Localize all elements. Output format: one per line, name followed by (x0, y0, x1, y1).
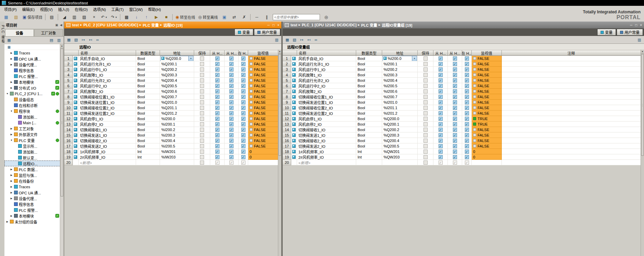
combo-dropdown-button[interactable]: ▼ (412, 56, 417, 61)
datatype-cell[interactable]: Int (136, 154, 160, 160)
accessible-from-hmi-checkbox[interactable]: ✓ (439, 56, 443, 61)
row-number-cell[interactable]: 19 (283, 154, 291, 160)
name-cell[interactable]: 风机运行允许2_IO (297, 78, 356, 83)
accessible-from-hmi-checkbox[interactable]: ✓ (439, 150, 443, 154)
name-cell[interactable]: 切换阀接收1_IO (297, 127, 356, 132)
accessible-from-hmi-checkbox[interactable]: ✓ (439, 111, 443, 115)
accessible-from-hmi-checkbox[interactable]: ✓ (215, 117, 219, 121)
name-cell[interactable]: 风机手自动_IO (79, 56, 136, 61)
menu-item[interactable]: 插入(I) (55, 5, 72, 13)
visible-in-hmi-checkbox[interactable]: ✓ (241, 155, 245, 159)
tree-item[interactable]: ▼程序块 (4, 108, 60, 114)
writable-from-hmi-checkbox[interactable]: ✓ (229, 155, 233, 159)
row-number-cell[interactable]: 5 (64, 78, 73, 83)
datatype-cell[interactable]: Bool (136, 89, 160, 94)
writable-from-hmi-checkbox[interactable]: ✓ (229, 78, 233, 82)
writable-from-hmi-checkbox[interactable]: ✓ (453, 67, 457, 72)
column-header[interactable]: 名称 (79, 50, 136, 56)
retain-checkbox[interactable] (200, 106, 204, 110)
address-cell[interactable]: %I200.5 (160, 143, 194, 149)
breadcrumb-item[interactable]: PLC_2 [CPU 1214C DC/DC/DC] (83, 23, 138, 27)
datatype-cell[interactable]: Bool (136, 72, 160, 78)
filter-view-icon[interactable]: ▦ (6, 37, 12, 43)
name-cell[interactable]: 风机故障1_IO (79, 72, 136, 78)
name-cell[interactable]: 风机运行允许2_IO (79, 78, 136, 83)
address-cell[interactable]: %QW201 (382, 149, 418, 154)
name-cell[interactable]: 风机运行允许1_IO (297, 61, 356, 67)
address-cell[interactable]: %I201.1 (382, 105, 418, 111)
datatype-cell[interactable]: Bool (356, 127, 382, 132)
address-cell[interactable]: %I200.2 (382, 67, 418, 72)
visible-in-hmi-checkbox[interactable]: ✓ (465, 78, 469, 82)
accessible-from-hmi-checkbox[interactable]: ✓ (215, 73, 219, 77)
retain-checkbox[interactable] (424, 150, 428, 154)
visible-in-hmi-checkbox[interactable]: ✓ (465, 106, 469, 110)
row-number-cell[interactable]: 4 (283, 72, 291, 78)
download-to-device-icon[interactable]: ↓ (132, 13, 141, 21)
address-cell[interactable]: %Q200.5 (382, 143, 418, 149)
address-cell[interactable]: %Q200.6 (160, 89, 194, 94)
address-cell[interactable]: %Q200.4 (382, 138, 418, 143)
row-number-cell[interactable]: 7 (283, 89, 291, 94)
import-icon[interactable]: ↤ (87, 37, 94, 43)
row-number-cell[interactable]: 15 (283, 132, 291, 138)
writable-from-hmi-checkbox[interactable]: ✓ (453, 95, 457, 99)
expand-arrow-icon[interactable]: ▶ (10, 168, 13, 171)
row-number-cell[interactable]: 8 (64, 94, 73, 100)
row-number-cell[interactable]: 6 (283, 83, 291, 89)
retain-checkbox[interactable] (200, 117, 204, 121)
row-number-cell[interactable]: 13 (283, 121, 291, 127)
datatype-cell[interactable]: Bool (356, 105, 382, 111)
accessible-from-hmi-checkbox[interactable]: ✓ (215, 161, 219, 165)
pin-icon[interactable]: ▣ (55, 23, 58, 27)
go-offline-button[interactable]: ◎转至离线 (197, 13, 219, 21)
row-number-cell[interactable]: 3 (283, 67, 291, 72)
scroll-up-arrow[interactable]: ▲ (60, 44, 64, 48)
address-cell[interactable]: %Q201.1 (160, 105, 194, 111)
scroll-thumb[interactable] (61, 49, 63, 196)
cut-icon[interactable]: ◢ (59, 13, 69, 21)
search-input[interactable] (273, 14, 320, 20)
writable-from-hmi-checkbox[interactable]: ✓ (453, 106, 457, 110)
retain-checkbox[interactable] (200, 67, 204, 72)
datatype-cell[interactable]: Bool (136, 83, 160, 89)
datatype-cell[interactable]: Int (356, 149, 382, 154)
address-cell[interactable]: %I200.0 (160, 116, 194, 121)
restore-button[interactable]: □ (635, 23, 637, 27)
visible-in-hmi-checkbox[interactable]: ✓ (241, 122, 245, 126)
row-number-cell[interactable]: 8 (283, 94, 291, 100)
datatype-cell[interactable]: Bool (136, 121, 160, 127)
name-cell[interactable]: 风机启停2_IO (297, 121, 356, 127)
name-cell[interactable]: 切换阀发送位置2_IO (79, 111, 136, 116)
column-settings-icon[interactable]: ▥ (273, 37, 280, 43)
expand-arrow-icon[interactable]: ▼ (6, 92, 9, 95)
breadcrumb-item[interactable]: 远程IO [19] (163, 22, 183, 28)
name-cell[interactable]: 风机运行中1_IO (79, 67, 136, 72)
writable-from-hmi-checkbox[interactable]: ✓ (229, 161, 233, 165)
accessible-from-hmi-checkbox[interactable]: ✓ (439, 62, 443, 66)
restore-button[interactable]: □ (272, 23, 274, 27)
open-project-icon[interactable]: ▧ (11, 13, 21, 21)
accessible-from-hmi-checkbox[interactable]: ✓ (439, 84, 443, 88)
name-cell[interactable]: 切换阀发送位置1_IO (297, 100, 356, 105)
writable-from-hmi-checkbox[interactable]: ✓ (453, 139, 457, 143)
tree-item[interactable]: ▶未分组的设备 (4, 219, 60, 225)
start-cpu-icon[interactable]: ▶ (151, 13, 161, 21)
accessible-from-hmi-checkbox[interactable]: ✓ (439, 67, 443, 72)
address-cell[interactable]: %Q200.2 (160, 67, 194, 72)
tree-item[interactable]: 程序信息 (4, 201, 60, 207)
writable-from-hmi-checkbox[interactable]: ✓ (229, 111, 233, 115)
import-icon[interactable]: ↤ (306, 37, 312, 43)
retain-checkbox[interactable] (424, 122, 428, 126)
comment-cell[interactable] (502, 116, 641, 121)
combo-dropdown-button[interactable]: ▼ (188, 56, 193, 61)
expand-arrow-icon[interactable]: ▶ (10, 63, 13, 66)
add-row-icon[interactable]: ▦ (66, 37, 72, 43)
column-header[interactable]: 注释 (502, 50, 641, 56)
address-cell[interactable]: %I200.4 (160, 138, 194, 143)
expand-arrow-icon[interactable]: ▶ (10, 191, 13, 194)
accessible-from-hmi-checkbox[interactable]: ✓ (439, 133, 443, 137)
name-cell[interactable]: 切换阀接收2_IO (79, 138, 136, 143)
visible-in-hmi-checkbox[interactable]: ✓ (241, 161, 245, 165)
expand-arrow-icon[interactable]: ▶ (10, 81, 13, 84)
